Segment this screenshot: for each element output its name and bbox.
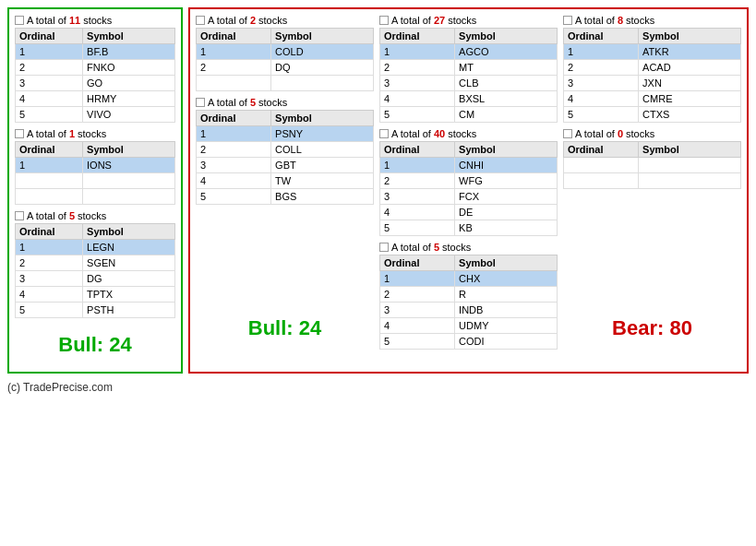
col-header-ordinal: Ordinal — [16, 29, 83, 44]
checkbox-bear-4[interactable] — [379, 129, 389, 138]
table-row: 2MT — [380, 60, 558, 76]
checkbox-bull-1[interactable] — [15, 16, 24, 25]
ordinal-cell: 3 — [380, 303, 455, 318]
symbol-cell: CNHI — [455, 158, 558, 173]
ordinal-cell: 1 — [380, 158, 455, 173]
bull-stock-table-3: Ordinal Symbol 1LEGN 2SGEN 3DG 4TPTX 5PS… — [15, 223, 175, 318]
col-header-ordinal: Ordinal — [380, 29, 455, 44]
bull-stock-table-1: Ordinal Symbol 1BF.B 2FNKO 3GO 4HRMY 5VI… — [15, 28, 175, 123]
bear-table-1-header-text: A total of 2 stocks — [208, 15, 287, 26]
col-header-ordinal: Ordinal — [564, 29, 639, 44]
col-header-symbol: Symbol — [639, 29, 741, 44]
symbol-cell: CODI — [455, 334, 558, 350]
bear-table-1-header: A total of 2 stocks — [196, 15, 374, 26]
col-header-symbol: Symbol — [83, 142, 175, 158]
bear-table-2: A total of 5 stocks Ordinal Symbol 1PSNY… — [196, 97, 374, 205]
table-row: 1CHX — [380, 271, 558, 287]
bear-section: A total of 2 stocks Ordinal Symbol 1COLD… — [188, 7, 749, 374]
table-row: 1PSNY — [197, 126, 374, 142]
bear-table-5-header-text: A total of 5 stocks — [391, 242, 471, 253]
symbol-cell: ATKR — [639, 44, 741, 60]
ordinal-cell: 1 — [380, 271, 455, 287]
ordinal-cell: 5 — [380, 220, 455, 236]
ordinal-cell: 2 — [380, 173, 455, 189]
ordinal-cell: 1 — [564, 44, 639, 60]
symbol-cell — [271, 76, 374, 91]
col-header-symbol: Symbol — [455, 29, 558, 44]
ordinal-cell: 3 — [380, 76, 455, 91]
ordinal-cell: 1 — [16, 44, 83, 60]
bear-table-3: A total of 27 stocks Ordinal Symbol 1AGC… — [379, 15, 558, 123]
ordinal-cell: 4 — [380, 205, 455, 220]
symbol-cell: BGS — [271, 189, 374, 205]
bull-stock-table-2: Ordinal Symbol 1IONS — [15, 141, 175, 205]
checkbox-bear-6[interactable] — [563, 16, 572, 25]
table-row — [564, 158, 741, 173]
ordinal-cell: 3 — [16, 76, 83, 91]
symbol-cell — [83, 173, 175, 189]
ordinal-cell: 5 — [564, 107, 639, 123]
bull-table-3-header: A total of 5 stocks — [15, 210, 175, 221]
bear-table-6-header: A total of 8 stocks — [563, 15, 741, 26]
bear-count-2: 5 — [250, 97, 256, 108]
ordinal-cell: 3 — [16, 271, 83, 287]
symbol-cell: CHX — [455, 271, 558, 287]
table-row: 1COLD — [197, 44, 374, 60]
symbol-cell: AGCO — [455, 44, 558, 60]
bear-inner: A total of 2 stocks Ordinal Symbol 1COLD… — [196, 15, 741, 350]
symbol-cell — [83, 189, 175, 205]
bear-table-4-header-text: A total of 40 stocks — [391, 128, 476, 139]
checkbox-bear-2[interactable] — [196, 98, 205, 107]
table-row: 2SGEN — [16, 255, 175, 271]
bull-total-label: Bull: 24 — [15, 324, 175, 366]
checkbox-bear-5[interactable] — [379, 243, 389, 252]
ordinal-cell: 5 — [197, 189, 271, 205]
symbol-cell: INDB — [455, 303, 558, 318]
bear-table-3-header: A total of 27 stocks — [379, 15, 558, 26]
table-row: 5CTXS — [564, 107, 741, 123]
bear-count-6: 8 — [618, 15, 623, 26]
symbol-cell: UDMY — [455, 318, 558, 334]
table-row: 4CMRE — [564, 91, 741, 107]
symbol-cell: JXN — [639, 76, 741, 91]
checkbox-bull-3[interactable] — [15, 211, 24, 220]
symbol-cell: ACAD — [639, 60, 741, 76]
ordinal-cell: 4 — [380, 91, 455, 107]
bear-total-label: Bear: 80 — [563, 307, 741, 350]
symbol-cell: LEGN — [83, 240, 175, 255]
ordinal-cell: 2 — [16, 60, 83, 76]
table-row: 4BXSL — [380, 91, 558, 107]
bear-count-7: 0 — [618, 128, 623, 139]
ordinal-cell: 4 — [16, 91, 83, 107]
checkbox-bear-3[interactable] — [379, 16, 389, 25]
checkbox-bear-7[interactable] — [563, 129, 572, 138]
col-header-symbol: Symbol — [455, 255, 558, 271]
bear-table-3-header-text: A total of 27 stocks — [391, 15, 476, 26]
symbol-cell: SGEN — [83, 255, 175, 271]
col-header-symbol: Symbol — [271, 29, 374, 44]
symbol-cell: GBT — [271, 158, 374, 173]
table-row: 4TW — [197, 173, 374, 189]
ordinal-cell: 5 — [16, 107, 83, 123]
table-row: 5KB — [380, 220, 558, 236]
checkbox-bull-2[interactable] — [15, 129, 24, 138]
table-row: 3INDB — [380, 303, 558, 318]
symbol-cell: TPTX — [83, 287, 175, 303]
table-row: 4DE — [380, 205, 558, 220]
table-row: 1IONS — [16, 158, 175, 173]
table-row: 5BGS — [197, 189, 374, 205]
table-row: 2WFG — [380, 173, 558, 189]
table-row: 5CM — [380, 107, 558, 123]
ordinal-cell — [16, 173, 83, 189]
bear-table-6-header-text: A total of 8 stocks — [575, 15, 654, 26]
ordinal-cell: 4 — [564, 91, 639, 107]
ordinal-cell: 2 — [380, 287, 455, 303]
bear-stock-table-5: Ordinal Symbol 1CHX 2R 3INDB 4UDMY 5CODI — [379, 255, 558, 350]
symbol-cell: CM — [455, 107, 558, 123]
table-row: 4HRMY — [16, 91, 175, 107]
table-row: 3FCX — [380, 189, 558, 205]
col-header-ordinal: Ordinal — [16, 224, 83, 240]
ordinal-cell: 3 — [197, 158, 271, 173]
table-row — [16, 173, 175, 189]
checkbox-bear-1[interactable] — [196, 16, 205, 25]
